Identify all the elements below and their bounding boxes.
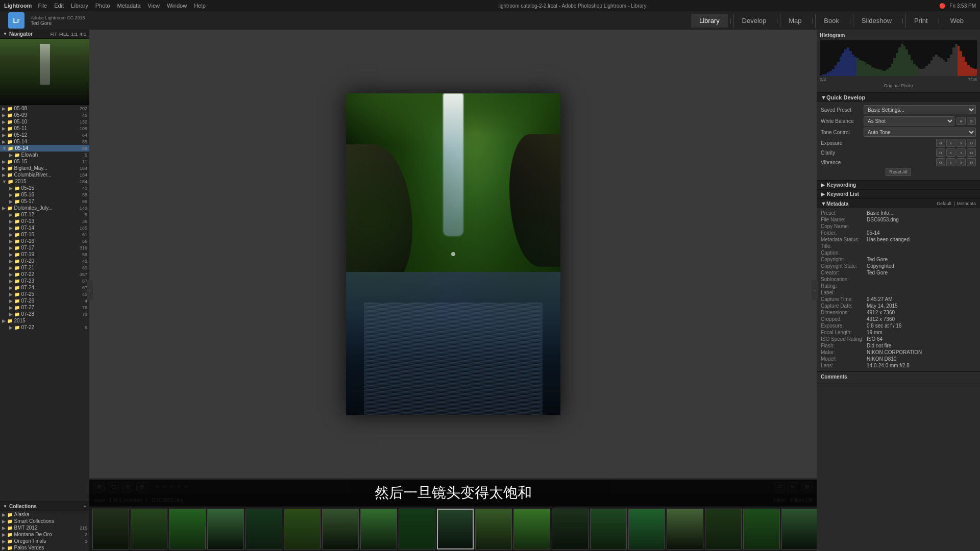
folder-item[interactable]: ▶ 📁 Bigland_May... 164: [0, 165, 89, 171]
filmstrip-thumb[interactable]: [781, 509, 817, 549]
tab-develop[interactable]: Develop: [733, 14, 775, 28]
folder-item[interactable]: ▶ 📁 07-23 87: [0, 278, 89, 284]
filmstrip-thumb[interactable]: [399, 509, 435, 549]
collection-item[interactable]: ▶ 📁 Oregon Finals 3: [0, 538, 89, 544]
filmstrip-thumb[interactable]: [628, 509, 665, 549]
vib-inc2-btn[interactable]: ››: [967, 158, 976, 166]
folder-item[interactable]: ▶ 📁 07-21 60: [0, 264, 89, 271]
menu-library[interactable]: Library: [71, 3, 88, 9]
folder-item[interactable]: ▶ 📁 Dolomites_July... 140: [0, 205, 89, 211]
folder-item[interactable]: ▶ 📁 07-26 4: [0, 297, 89, 304]
tab-print[interactable]: Print: [905, 14, 936, 28]
filmstrip-thumb[interactable]: [705, 509, 742, 549]
nav-fit[interactable]: FIT: [50, 32, 57, 37]
folder-item[interactable]: ▶ 📁 05-11 109: [0, 125, 89, 132]
nav-4to1[interactable]: 4:1: [80, 32, 86, 37]
nav-fill[interactable]: FILL: [59, 32, 69, 37]
quick-develop-header[interactable]: ▼ Quick Develop: [817, 93, 980, 102]
menu-file[interactable]: File: [38, 3, 47, 9]
tab-web[interactable]: Web: [942, 14, 972, 28]
collection-item[interactable]: ▶ 📁 Alaska: [0, 511, 89, 518]
folder-item[interactable]: ▶ 📁 05-17 86: [0, 198, 89, 205]
folder-item[interactable]: ▶ 📁 07-22 357: [0, 271, 89, 278]
collection-item[interactable]: ▶ 📁 Montana De Oro 2: [0, 531, 89, 538]
tab-map[interactable]: Map: [780, 14, 810, 28]
folder-item[interactable]: ▶ 📁 05-09 46: [0, 112, 89, 118]
comments-header[interactable]: Comments: [821, 374, 976, 380]
menu-metadata[interactable]: Metadata: [117, 3, 140, 9]
folder-item[interactable]: ▶ 📁 05-15 11: [0, 158, 89, 165]
tab-slideshow[interactable]: Slideshow: [853, 14, 900, 28]
filmstrip-thumb[interactable]: [246, 509, 282, 549]
folder-item[interactable]: ▶ 📁 2015: [0, 317, 89, 324]
folder-item[interactable]: ▶ 📁 05-12 64: [0, 132, 89, 138]
folder-item[interactable]: ▶ 📁 07-22 5: [0, 324, 89, 331]
folder-item[interactable]: ▶ 📁 05-10 132: [0, 118, 89, 125]
folder-item[interactable]: ▶ 📁 ColumbiaRiver... 184: [0, 171, 89, 178]
keywording-header[interactable]: ▶ Keywording: [817, 181, 980, 189]
filmstrip-thumb[interactable]: [475, 509, 512, 549]
folder-item[interactable]: ▼ 📁 2015 184: [0, 178, 89, 185]
folder-item[interactable]: ▶ 📁 07-27 79: [0, 304, 89, 311]
filmstrip-thumb[interactable]: [552, 509, 589, 549]
exp-inc2-btn[interactable]: ››: [967, 139, 976, 147]
folder-item[interactable]: ▶ 📁 07-14 165: [0, 224, 89, 231]
filmstrip-thumb[interactable]: [743, 509, 780, 549]
vib-dec2-btn[interactable]: ‹‹: [936, 158, 945, 166]
right-panel-toggle[interactable]: ›: [812, 280, 818, 300]
wb-decrease-btn[interactable]: «: [957, 117, 966, 125]
exp-dec-btn[interactable]: ‹: [946, 139, 955, 147]
filmstrip-thumb[interactable]: [322, 509, 359, 549]
menu-photo[interactable]: Photo: [95, 3, 110, 9]
metadata-header[interactable]: ▼ Metadata Default | Metadata: [817, 199, 980, 208]
collections-header[interactable]: ▼ Collections +: [0, 502, 89, 511]
folder-item[interactable]: ▶ 📁 07-24 67: [0, 284, 89, 291]
tone-control-select[interactable]: Auto Tone: [864, 128, 976, 137]
filmstrip-thumb[interactable]: [131, 509, 167, 549]
tab-book[interactable]: Book: [815, 14, 847, 28]
clar-inc-btn[interactable]: ›: [957, 148, 966, 157]
filmstrip-thumb[interactable]: [92, 509, 129, 549]
left-panel-toggle[interactable]: ‹: [87, 280, 93, 300]
filmstrip-thumb[interactable]: [207, 509, 244, 549]
clar-dec-btn[interactable]: ‹: [946, 148, 955, 157]
exp-dec2-btn[interactable]: ‹‹: [936, 139, 945, 147]
nav-1to1[interactable]: 1:1: [71, 32, 78, 37]
filmstrip-thumb[interactable]: [667, 509, 703, 549]
filmstrip-thumb[interactable]: [590, 509, 627, 549]
folder-item[interactable]: ▶ 📁 07-16 56: [0, 238, 89, 244]
menu-window[interactable]: Window: [167, 3, 187, 9]
folder-item[interactable]: ▶ 📁 Elowah 5: [0, 152, 89, 158]
folder-item[interactable]: ▶ 📁 07-19 58: [0, 251, 89, 258]
wb-increase-btn[interactable]: »: [967, 117, 976, 125]
folder-item[interactable]: ▶ 📁 05-14 85: [0, 138, 89, 145]
white-balance-select[interactable]: As Shot: [864, 116, 954, 126]
filmstrip-thumb[interactable]: [513, 509, 550, 549]
folder-item[interactable]: ▶ 📁 07-20 42: [0, 258, 89, 264]
clar-dec2-btn[interactable]: ‹‹: [936, 148, 945, 157]
folder-item[interactable]: ▶ 📁 07-15 61: [0, 231, 89, 238]
exp-inc-btn[interactable]: ›: [957, 139, 966, 147]
folder-item[interactable]: ▶ 📁 07-17 319: [0, 244, 89, 251]
folder-item[interactable]: ▶ 📁 07-13 36: [0, 218, 89, 224]
reset-all-btn[interactable]: Reset All: [886, 168, 911, 176]
photo-area[interactable]: [89, 30, 817, 479]
filmstrip-thumb[interactable]: [284, 509, 321, 549]
keyword-list-header[interactable]: ▶ Keyword List: [817, 190, 980, 198]
saved-preset-select[interactable]: Basic Settings...: [864, 105, 976, 114]
add-collection-icon[interactable]: +: [84, 504, 86, 509]
collection-item[interactable]: ▶ 📁 Palos Verdes: [0, 544, 89, 551]
filmstrip-thumb[interactable]: [437, 509, 474, 549]
meta-value[interactable]: 05-14: [867, 230, 976, 236]
folder-item[interactable]: ▼ 📁 05-14 88: [0, 145, 89, 152]
navigator-header[interactable]: ▼ Navigator FIT FILL 1:1 4:1: [0, 30, 89, 39]
folder-item[interactable]: ▶ 📁 05-08 202: [0, 105, 89, 112]
menu-help[interactable]: Help: [194, 3, 206, 9]
folder-item[interactable]: ▶ 📁 07-28 78: [0, 311, 89, 317]
vib-dec-btn[interactable]: ‹: [946, 158, 955, 166]
tab-library[interactable]: Library: [691, 14, 728, 28]
vib-inc-btn[interactable]: ›: [957, 158, 966, 166]
folder-item[interactable]: ▶ 📁 05-16 58: [0, 191, 89, 198]
collection-item[interactable]: ▶ 📁 BMT 2012 215: [0, 524, 89, 531]
folder-item[interactable]: ▶ 📁 07-25 45: [0, 291, 89, 297]
